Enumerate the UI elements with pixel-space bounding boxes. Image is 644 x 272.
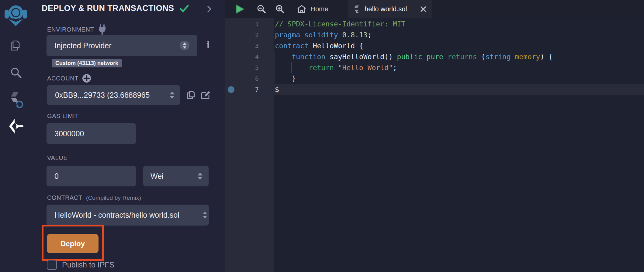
gas-limit-input[interactable]: 3000000 bbox=[47, 123, 136, 144]
collapse-chevron-icon[interactable] bbox=[207, 5, 212, 13]
line-number[interactable]: 4 bbox=[225, 51, 262, 62]
remix-logo[interactable] bbox=[0, 2, 31, 26]
solidity-compiler-icon[interactable] bbox=[0, 91, 31, 108]
deploy-button[interactable]: Deploy bbox=[47, 234, 99, 253]
tab-home[interactable]: Home bbox=[294, 0, 331, 18]
publish-to-ipfs-label: Publish to IPFS bbox=[62, 260, 114, 269]
network-badge: Custom (43113) network bbox=[52, 59, 122, 67]
zoom-out-icon[interactable] bbox=[257, 0, 266, 18]
editor-body[interactable]: 1// SPDX-License-Identifier: MIT2pragma … bbox=[225, 18, 644, 272]
copy-icon[interactable] bbox=[185, 90, 196, 100]
edit-icon[interactable] bbox=[200, 90, 211, 100]
deploy-run-panel: DEPLOY & RUN TRANSACTIONS ENVIRONMENT In… bbox=[32, 0, 225, 272]
code-line[interactable]: 5 return "Hello World"; bbox=[225, 62, 644, 73]
environment-select-arrows-icon bbox=[180, 41, 189, 50]
publish-to-ipfs-checkbox[interactable] bbox=[47, 260, 57, 270]
code-text: function sayHelloWorld() public pure ret… bbox=[275, 51, 553, 62]
line-number[interactable]: 2 bbox=[225, 29, 262, 40]
code-editor: Home hello world.sol bbox=[225, 0, 644, 272]
code-area[interactable]: 1// SPDX-License-Identifier: MIT2pragma … bbox=[225, 19, 644, 95]
deploy-run-icon[interactable] bbox=[0, 118, 31, 134]
panel-title-text: DEPLOY & RUN TRANSACTIONS bbox=[42, 4, 174, 13]
remix-ide-window: DEPLOY & RUN TRANSACTIONS ENVIRONMENT In… bbox=[0, 0, 644, 272]
contract-value: HelloWorld - contracts/hello world.sol bbox=[47, 211, 179, 219]
home-icon bbox=[297, 5, 306, 13]
add-account-icon[interactable] bbox=[82, 74, 91, 83]
value-label: VALUE bbox=[47, 155, 68, 162]
code-text: pragma solidity 0.8.13; bbox=[275, 29, 372, 40]
line-number[interactable]: 3 bbox=[225, 40, 262, 51]
plug-icon bbox=[98, 24, 107, 35]
tab-file-label: hello world.sol bbox=[365, 5, 407, 13]
run-icon[interactable] bbox=[235, 0, 244, 18]
solidity-file-icon bbox=[354, 5, 360, 13]
code-text: return "Hello World"; bbox=[275, 62, 397, 73]
activity-bar bbox=[0, 0, 31, 272]
contract-label: CONTRACT (Compiled by Remix) bbox=[47, 194, 141, 201]
code-line[interactable]: 4 function sayHelloWorld() public pure r… bbox=[225, 51, 644, 62]
unit-select-arrows-icon bbox=[198, 173, 203, 180]
tab-home-label: Home bbox=[310, 5, 328, 13]
code-line[interactable]: 7$ bbox=[225, 84, 644, 95]
compiled-check-icon bbox=[180, 5, 189, 12]
code-text: } bbox=[275, 73, 296, 84]
contract-select-arrows-icon bbox=[202, 210, 208, 220]
code-line[interactable]: 2pragma solidity 0.8.13; bbox=[225, 29, 644, 40]
value-input[interactable]: 0 bbox=[47, 166, 136, 186]
gas-limit-value: 3000000 bbox=[47, 129, 84, 138]
account-value: 0xBB9...29733 (23.6688965 bbox=[47, 91, 150, 100]
environment-select[interactable]: Injected Provider bbox=[47, 35, 197, 56]
code-line[interactable]: 1// SPDX-License-Identifier: MIT bbox=[225, 19, 644, 29]
code-line[interactable]: 3contract HelloWorld { bbox=[225, 40, 644, 51]
zoom-in-icon[interactable] bbox=[275, 0, 285, 18]
panel-title: DEPLOY & RUN TRANSACTIONS bbox=[42, 4, 189, 13]
close-icon[interactable] bbox=[420, 6, 426, 12]
info-icon[interactable]: i bbox=[206, 39, 210, 50]
editor-tabbar: Home hello world.sol bbox=[225, 0, 644, 18]
account-label: ACCOUNT bbox=[47, 74, 91, 83]
code-text: contract HelloWorld { bbox=[275, 40, 363, 51]
line-number[interactable]: 5 bbox=[225, 62, 262, 73]
line-number[interactable]: 6 bbox=[225, 73, 262, 84]
tab-hello-world-sol[interactable]: hello world.sol bbox=[348, 0, 432, 18]
line-number[interactable]: 7 bbox=[225, 84, 262, 95]
code-text: $ bbox=[275, 84, 279, 95]
code-line[interactable]: 6 } bbox=[225, 73, 644, 84]
environment-value: Injected Provider bbox=[47, 41, 112, 50]
line-number[interactable]: 1 bbox=[225, 19, 262, 29]
contract-sublabel: (Compiled by Remix) bbox=[86, 195, 141, 201]
account-select-arrows-icon bbox=[170, 92, 175, 99]
code-text: // SPDX-License-Identifier: MIT bbox=[275, 19, 405, 29]
environment-label: ENVIRONMENT bbox=[47, 24, 107, 35]
value-amount: 0 bbox=[47, 172, 59, 181]
value-unit-select[interactable]: Wei bbox=[143, 166, 209, 186]
account-select[interactable]: 0xBB9...29733 (23.6688965 bbox=[47, 85, 180, 105]
gas-limit-label: GAS LIMIT bbox=[47, 113, 79, 120]
contract-select[interactable]: HelloWorld - contracts/hello world.sol bbox=[47, 205, 209, 226]
search-icon[interactable] bbox=[0, 66, 31, 79]
value-unit: Wei bbox=[143, 172, 164, 181]
file-explorer-icon[interactable] bbox=[0, 39, 31, 53]
